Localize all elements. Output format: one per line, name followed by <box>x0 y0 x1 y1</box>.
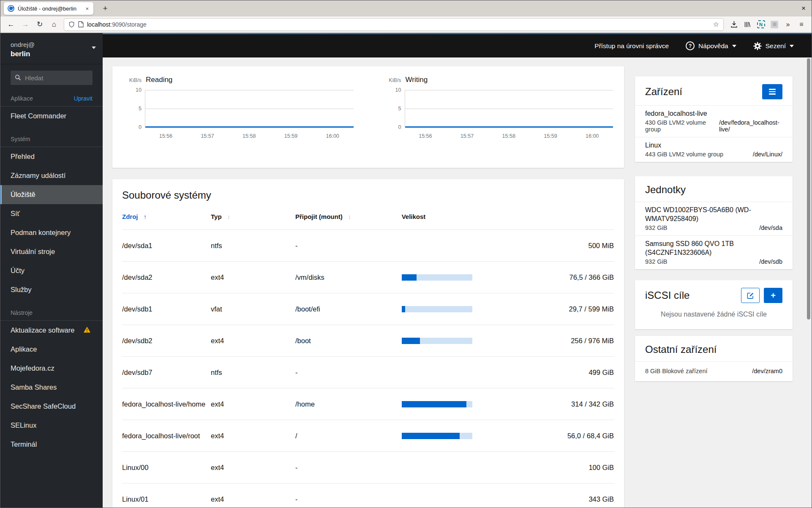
fs-size-cell: 29,7 / 599 MiB <box>508 293 614 325</box>
device-path: /dev/zram0 <box>752 368 782 374</box>
sidebar-item[interactable]: Virtuální stroje <box>0 242 103 261</box>
sidebar-item[interactable]: Podman kontejnery <box>0 223 103 242</box>
sidebar-item[interactable]: Aplikace <box>0 340 103 359</box>
url-bar[interactable]: localhost:9090/storage ☆ <box>64 18 724 31</box>
list-item[interactable]: Linux 443 GiB LVM2 volume group /dev/Lin… <box>635 137 793 162</box>
search-input[interactable] <box>11 71 93 85</box>
table-row[interactable]: Linux/01 ext4 - 343 GiB <box>122 483 614 508</box>
home-icon[interactable]: ⌂ <box>48 18 60 31</box>
usage-bar-fill <box>402 274 417 281</box>
scrollbar-track[interactable] <box>806 57 812 508</box>
table-row[interactable]: /dev/sdb2 ext4 /boot 256 / <box>122 325 614 357</box>
cockpit-app: ondrej@ berlin Aplikace Upravit <box>0 33 812 508</box>
nav-section-title: Nástroje <box>11 309 33 316</box>
tab-title: Úložiště - ondrej@berlin <box>18 5 81 12</box>
sidebar-item-label: Úložiště <box>11 191 35 199</box>
masthead-content: Přístup na úrovni správce ? Nápověda <box>103 34 812 57</box>
sidebar-item[interactable]: Aktualizace software <box>0 321 103 340</box>
fs-mount-cell: - <box>295 483 402 508</box>
noscript-extension-icon[interactable]: N <box>755 19 767 30</box>
column-header[interactable]: Velikost <box>402 202 614 230</box>
caret-down-icon <box>790 45 794 47</box>
table-row[interactable]: /dev/sdb7 ntfs - 499 GiB <box>122 357 614 388</box>
table-row[interactable]: fedora_localhost-live/root ext4 / <box>122 420 614 452</box>
extension-icon[interactable] <box>768 19 780 30</box>
column-header[interactable]: Typ ↕ <box>211 202 295 230</box>
list-item[interactable]: 8 GiB Blokové zařízení /dev/zram0 <box>635 361 793 381</box>
sidebar-item-label: Přehled <box>11 153 35 161</box>
edit-applications-link[interactable]: Upravit <box>74 95 93 102</box>
sidebar-item[interactable]: Mojefedora.cz <box>0 359 103 378</box>
table-row[interactable]: /dev/sda1 ntfs - 500 MiB <box>122 230 614 262</box>
forward-icon[interactable]: → <box>19 18 32 31</box>
devices-menu-button[interactable] <box>762 84 782 99</box>
sort-toggle-icon[interactable]: ↕ <box>227 213 230 220</box>
column-header[interactable]: Připojit (mount) ↕ <box>295 202 402 230</box>
devices-card: Zařízení fedora_localhost-live <box>635 76 793 162</box>
new-tab-button[interactable]: + <box>99 3 111 14</box>
sidebar-item[interactable]: SELinux <box>0 416 103 435</box>
sidebar-item[interactable]: Úložiště <box>0 185 103 204</box>
sort-ascending-icon[interactable]: ↑ <box>144 213 147 220</box>
sidebar-item[interactable]: Samba Shares <box>0 378 103 397</box>
usage-bar <box>402 401 472 407</box>
table-row[interactable]: /dev/sda2 ext4 /vm/disks 76 <box>122 262 614 293</box>
fs-mount-cell: /home <box>295 388 402 420</box>
fs-type-cell: vfat <box>211 293 295 325</box>
drive-path: /dev/sda <box>759 224 782 231</box>
page-content: KiB/s Reading 1050 <box>103 57 812 508</box>
table-row[interactable]: /dev/sdb1 vfat /boot/efi 29 <box>122 293 614 325</box>
y-axis: 1050 <box>123 87 145 130</box>
fs-usage-cell <box>402 483 508 508</box>
help-menu[interactable]: ? Nápověda <box>686 41 736 50</box>
sidebar-item[interactable]: Služby <box>0 280 103 299</box>
sidebar-item[interactable]: Fleet Commander <box>0 107 103 126</box>
shield-icon[interactable] <box>68 21 75 28</box>
sidebar-item[interactable]: Záznamy událostí <box>0 166 103 185</box>
back-icon[interactable]: ← <box>5 18 17 31</box>
host-switcher[interactable]: ondrej@ berlin <box>0 33 103 64</box>
fs-source-cell: Linux/00 <box>122 452 211 483</box>
sidebar-item-label: SELinux <box>11 421 36 429</box>
toolbar-overflow-icon[interactable]: » <box>782 19 794 30</box>
url-text[interactable]: localhost:9090/storage <box>87 21 710 28</box>
sidebar-item[interactable]: Terminál <box>0 435 103 454</box>
column-header[interactable]: Zdroj ↑ <box>122 202 211 230</box>
iscsi-add-button[interactable]: + <box>764 288 782 303</box>
fs-usage-cell <box>402 293 508 325</box>
tab-close-icon[interactable]: × <box>84 5 90 12</box>
fs-usage-cell <box>402 357 508 388</box>
nav-section: Nástroje Aktualizace software <box>0 306 103 454</box>
iscsi-card: iSCSI cíle + Nejsou nastavené žádné <box>635 280 793 329</box>
bookmark-star-icon[interactable]: ☆ <box>713 20 719 28</box>
filesystems-header-row: Zdroj ↑ Typ ↕ <box>122 202 614 230</box>
filesystems-table-body: /dev/sda1 ntfs - 500 MiB <box>122 230 614 508</box>
list-item[interactable]: Samsung SSD 860 QVO 1TB (S4CZNF1N323606A… <box>635 235 793 269</box>
menu-hamburger-icon[interactable]: ≡ <box>796 19 807 30</box>
window-close-icon[interactable]: × <box>800 4 807 13</box>
page-info-icon[interactable] <box>78 21 84 27</box>
iscsi-edit-button[interactable] <box>741 288 760 303</box>
list-item[interactable]: fedora_localhost-live 430 GiB LVM2 volum… <box>635 105 793 137</box>
device-name: Linux <box>645 141 782 150</box>
chart-header: KiB/s Reading <box>123 76 354 84</box>
list-item[interactable]: WDC WD1002FBYS-05A6B0 (WD-WMATV9258409) … <box>635 202 793 235</box>
admin-access-button[interactable]: Přístup na úrovni správce <box>594 42 669 50</box>
reload-icon[interactable]: ↻ <box>33 18 46 31</box>
sidebar-item[interactable]: Síť <box>0 204 103 223</box>
scrollbar-thumb[interactable] <box>807 58 810 320</box>
table-row[interactable]: Linux/00 ext4 - 100 GiB <box>122 452 614 483</box>
caret-down-icon <box>92 46 96 49</box>
sort-toggle-icon[interactable]: ↕ <box>348 213 351 220</box>
library-icon[interactable] <box>741 19 753 30</box>
sidebar-item[interactable]: Přehled <box>0 147 103 166</box>
filesystems-table: Zdroj ↑ Typ ↕ <box>122 202 614 508</box>
session-menu[interactable]: Sezení <box>753 42 794 50</box>
sidebar-item[interactable]: Účty <box>0 261 103 280</box>
usage-bar <box>402 338 472 344</box>
browser-tab[interactable]: Úložiště - ondrej@berlin × <box>4 2 93 15</box>
download-icon[interactable] <box>728 19 740 30</box>
sidebar-item[interactable]: SecShare SafeCloud <box>0 397 103 416</box>
right-rail: Zařízení fedora_localhost-live <box>635 66 797 381</box>
table-row[interactable]: fedora_localhost-live/home ext4 /home <box>122 388 614 420</box>
